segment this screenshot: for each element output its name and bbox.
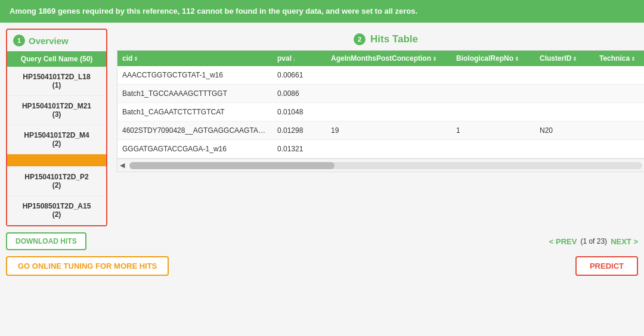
pagination-info: (1 of 23)	[580, 237, 607, 245]
go-online-button[interactable]: GO ONLINE TUNING FOR MORE HITS	[6, 256, 169, 276]
hits-title: Hits Table	[370, 33, 418, 45]
table-row: GGGATGAGTACCGAGA-1_w16 0.01321	[117, 140, 644, 158]
cell-age	[326, 66, 451, 85]
table-row: AAACCTGGTGCTGTAT-1_w16 0.00661	[117, 66, 644, 85]
cell-pval: 0.01048	[273, 103, 326, 122]
cell-bio	[451, 103, 535, 122]
cell-cluster	[535, 85, 595, 103]
overview-badge: 1	[13, 35, 25, 46]
prev-button[interactable]: < PREV	[549, 237, 577, 246]
col-header-tech[interactable]: Technica⇕	[595, 51, 644, 66]
cell-cluster	[535, 140, 595, 158]
hits-panel: 2 Hits Table cid⇕ pval↓ AgeInMonthsPostC…	[117, 29, 644, 226]
cell-cid: 4602STDY7090428__AGTGAGGCAAGTACCT	[117, 122, 273, 140]
hits-badge: 2	[354, 33, 366, 45]
col-header-pval[interactable]: pval↓	[273, 51, 326, 66]
col-header-age[interactable]: AgeInMonthsPostConception⇕	[326, 51, 451, 66]
cell-bio	[451, 140, 535, 158]
cell-bio: 1	[451, 122, 535, 140]
list-item[interactable]: HP1504101T2D_L18(1)	[7, 67, 106, 96]
bottom-controls: DOWNLOAD HITS < PREV (1 of 23) NEXT >	[0, 226, 644, 256]
overview-panel: 1 Overview Query Cell Name (50) HP150410…	[6, 29, 107, 226]
query-cell-header: Query Cell Name (50)	[7, 51, 106, 67]
scroll-left-arrow[interactable]: ◀	[117, 161, 127, 169]
cell-pval: 0.01321	[273, 140, 326, 158]
pagination-area: < PREV (1 of 23) NEXT >	[549, 237, 638, 246]
cell-bio	[451, 85, 535, 103]
table-row: 4602STDY7090428__AGTGAGGCAAGTACCT 0.0129…	[117, 122, 644, 140]
list-item[interactable]: HP1504101T2D_M21(3)	[7, 96, 106, 125]
cell-cid: GGGATGAGTACCGAGA-1_w16	[117, 140, 273, 158]
cell-tech	[595, 140, 644, 158]
list-item[interactable]: HP1508501T2D_A15(2)	[7, 196, 106, 225]
cell-age	[326, 103, 451, 122]
cell-cid: AAACCTGGTGCTGTAT-1_w16	[117, 66, 273, 85]
scrollbar-track[interactable]	[129, 162, 642, 169]
cell-cid: Batch1_CAGAATCTCTTGTCAT	[117, 103, 273, 122]
hits-table-wrapper: cid⇕ pval↓ AgeInMonthsPostConception⇕ Bi…	[117, 50, 644, 172]
cell-pval: 0.00661	[273, 66, 326, 85]
cell-age: 19	[326, 122, 451, 140]
download-hits-button[interactable]: DOWNLOAD HITS	[6, 232, 86, 250]
col-header-cluster[interactable]: ClusterID⇕	[535, 51, 595, 66]
col-header-bio[interactable]: BiologicalRepNo⇕	[451, 51, 535, 66]
scrollbar-thumb	[129, 162, 335, 169]
cell-age	[326, 140, 451, 158]
next-button[interactable]: NEXT >	[611, 237, 638, 246]
cell-cluster	[535, 103, 595, 122]
hits-header: 2 Hits Table	[117, 29, 644, 50]
horizontal-scrollbar[interactable]: ◀ ▶	[117, 158, 644, 172]
cell-cluster: N20	[535, 122, 595, 140]
cell-cluster	[535, 66, 595, 85]
table-row: Batch1_TGCCAAAAGCTTTGGT 0.0086	[117, 85, 644, 103]
list-item[interactable]: HP1504101T2D_M4(2)	[7, 125, 106, 154]
cell-age	[326, 85, 451, 103]
go-online-row: GO ONLINE TUNING FOR MORE HITS PREDICT	[0, 256, 644, 284]
overview-title: Overview	[29, 36, 69, 46]
list-item[interactable]: HP1504101T2D_P2(2)	[7, 167, 106, 196]
cell-tech	[595, 122, 644, 140]
cell-tech	[595, 103, 644, 122]
cell-bio	[451, 66, 535, 85]
notification-bar: Among 1869 genes required by this refere…	[0, 0, 644, 23]
hits-table: cid⇕ pval↓ AgeInMonthsPostConception⇕ Bi…	[117, 51, 644, 158]
cell-tech	[595, 85, 644, 103]
cell-tech	[595, 66, 644, 85]
list-item-selected[interactable]	[7, 154, 106, 167]
overview-header: 1 Overview	[7, 30, 106, 51]
cell-cid: Batch1_TGCCAAAAGCTTTGGT	[117, 85, 273, 103]
col-header-cid[interactable]: cid⇕	[117, 51, 273, 66]
cell-pval: 0.0086	[273, 85, 326, 103]
table-row: Batch1_CAGAATCTCTTGTCAT 0.01048	[117, 103, 644, 122]
cell-pval: 0.01298	[273, 122, 326, 140]
predict-button[interactable]: PREDICT	[575, 256, 638, 276]
